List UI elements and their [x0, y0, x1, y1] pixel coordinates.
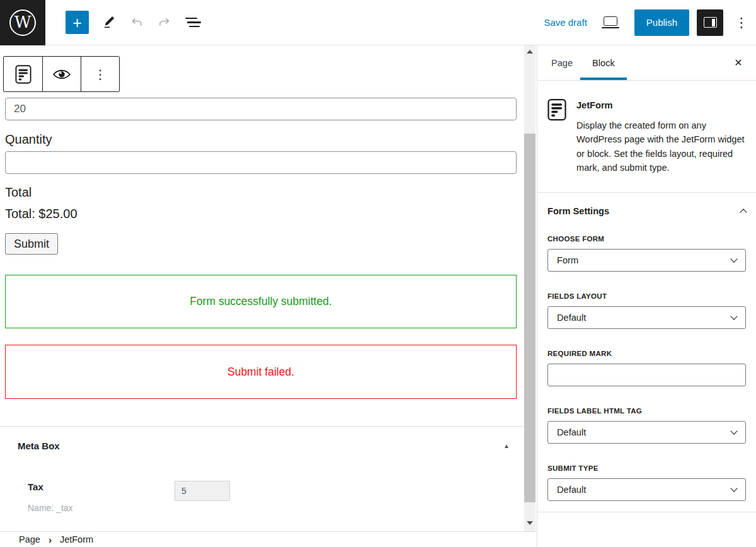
submit-type-select[interactable]: Default	[547, 478, 746, 501]
scrollbar-thumb[interactable]	[524, 134, 536, 502]
meta-box-collapse-button[interactable]: ▲	[498, 437, 515, 454]
block-toolbar: ⋮	[3, 56, 120, 92]
block-description: Display the created form on any WordPres…	[576, 118, 746, 175]
fields-layout-field: FIELDS LAYOUT Default	[547, 292, 746, 329]
chevron-right-icon: ›	[49, 534, 52, 545]
options-menu-button[interactable]: ⋮	[732, 10, 751, 35]
form-preview-toggle-button[interactable]	[42, 57, 81, 91]
choose-form-field: CHOOSE FORM Form	[547, 235, 746, 272]
tab-page[interactable]: Page	[544, 45, 580, 80]
fields-layout-label: FIELDS LAYOUT	[547, 292, 746, 300]
save-draft-button[interactable]: Save draft	[544, 17, 587, 28]
total-value: Total: $25.00	[5, 207, 77, 221]
tax-field-label: Tax	[28, 481, 43, 492]
breadcrumb-page[interactable]: Page	[19, 534, 40, 544]
required-mark-input[interactable]	[547, 364, 746, 386]
editor-top-bar: W + Save draft	[0, 0, 756, 45]
edit-tool-button[interactable]	[95, 9, 123, 37]
undo-icon	[129, 15, 144, 30]
editor-canvas: ⋮ Quantity Total Total: $25.00 Submit Fo…	[0, 45, 524, 531]
redo-icon	[157, 15, 172, 30]
publish-button[interactable]: Publish	[634, 9, 689, 36]
scroll-down-arrow[interactable]	[527, 521, 533, 525]
redo-button[interactable]	[151, 9, 178, 37]
close-icon: ✕	[734, 57, 742, 68]
selected-value: Default	[557, 485, 586, 495]
block-title: JetForm	[576, 100, 746, 110]
eye-icon	[52, 68, 71, 81]
plus-icon: +	[72, 14, 82, 32]
success-message-box: Form successfully submitted.	[5, 275, 517, 328]
kebab-icon: ⋮	[94, 67, 106, 82]
editor-scrollbar[interactable]	[524, 45, 536, 531]
block-info-text: JetForm Display the created form on any …	[576, 95, 746, 175]
wordpress-logo-button[interactable]: W	[0, 0, 45, 45]
settings-sidebar: Page Block ✕ JetForm Display the created…	[537, 45, 756, 547]
meta-box-panel: Meta Box ▲ Tax Name: _tax	[0, 426, 524, 531]
sidebar-tabs: Page Block ✕	[537, 45, 756, 81]
block-options-button[interactable]: ⋮	[81, 57, 119, 91]
settings-sidebar-toggle[interactable]	[697, 9, 723, 36]
block-info-card: JetForm Display the created form on any …	[537, 81, 756, 193]
submit-type-field: SUBMIT TYPE Default	[547, 464, 746, 501]
list-view-button[interactable]	[178, 9, 206, 37]
form-settings-title: Form Settings	[547, 206, 609, 216]
error-message-text: Submit failed.	[227, 366, 294, 379]
document-breadcrumb-bar: Page › JetForm	[0, 531, 537, 547]
tab-block[interactable]: Block	[580, 45, 627, 80]
triangle-up-icon: ▲	[503, 442, 510, 449]
fields-label-html-tag-select[interactable]: Default	[547, 421, 746, 444]
jetform-block-icon	[15, 65, 32, 84]
close-settings-button[interactable]: ✕	[730, 54, 747, 72]
preview-button[interactable]	[604, 16, 619, 28]
wordpress-logo-icon: W	[9, 9, 36, 36]
form-submit-button[interactable]: Submit	[5, 233, 58, 255]
form-settings-panel: Form Settings CHOOSE FORM Form FIELDS LA…	[537, 193, 756, 512]
fields-layout-select[interactable]: Default	[547, 306, 746, 329]
block-inserter-button[interactable]: +	[66, 11, 89, 34]
wordpress-block-editor: W + Save draft	[0, 0, 756, 547]
choose-form-label: CHOOSE FORM	[547, 235, 746, 243]
form-number-field-input[interactable]	[5, 98, 517, 120]
chevron-down-icon	[730, 485, 737, 492]
choose-form-select[interactable]: Form	[547, 249, 746, 272]
block-type-button[interactable]	[4, 57, 42, 91]
list-view-icon	[184, 15, 201, 30]
error-message-box: Submit failed.	[5, 345, 517, 399]
tax-field-name: Name: _tax	[28, 503, 73, 513]
success-message-text: Form successfully submitted.	[190, 295, 332, 308]
required-mark-field: REQUIRED MARK	[547, 350, 746, 386]
chevron-down-icon	[730, 313, 737, 320]
selected-value: Default	[557, 427, 586, 437]
fields-label-html-tag-label: FIELDS LABEL HTML TAG	[547, 407, 746, 415]
undo-button[interactable]	[123, 9, 151, 37]
selected-value: Form	[557, 255, 578, 265]
fields-label-html-tag-field: FIELDS LABEL HTML TAG Default	[547, 407, 746, 444]
top-bar-actions: Save draft Publish ⋮	[544, 9, 756, 36]
jetform-block-icon	[547, 95, 566, 175]
scroll-up-arrow[interactable]	[527, 50, 533, 54]
tax-field-input[interactable]	[175, 481, 230, 501]
form-settings-header[interactable]: Form Settings	[547, 206, 746, 216]
pencil-icon	[102, 15, 117, 30]
quantity-field-input[interactable]	[5, 151, 517, 174]
breadcrumb-jetform[interactable]: JetForm	[60, 534, 93, 544]
meta-box-title: Meta Box	[18, 440, 60, 451]
kebab-icon: ⋮	[735, 15, 748, 30]
chevron-up-icon	[740, 209, 747, 216]
selected-value: Default	[557, 313, 586, 323]
laptop-icon	[604, 16, 619, 28]
total-label: Total	[5, 185, 32, 200]
submit-type-label: SUBMIT TYPE	[547, 464, 746, 472]
chevron-down-icon	[730, 255, 737, 262]
quantity-label: Quantity	[5, 132, 52, 147]
sidebar-panel-icon	[704, 17, 717, 28]
required-mark-label: REQUIRED MARK	[547, 350, 746, 357]
chevron-down-icon	[730, 427, 737, 434]
